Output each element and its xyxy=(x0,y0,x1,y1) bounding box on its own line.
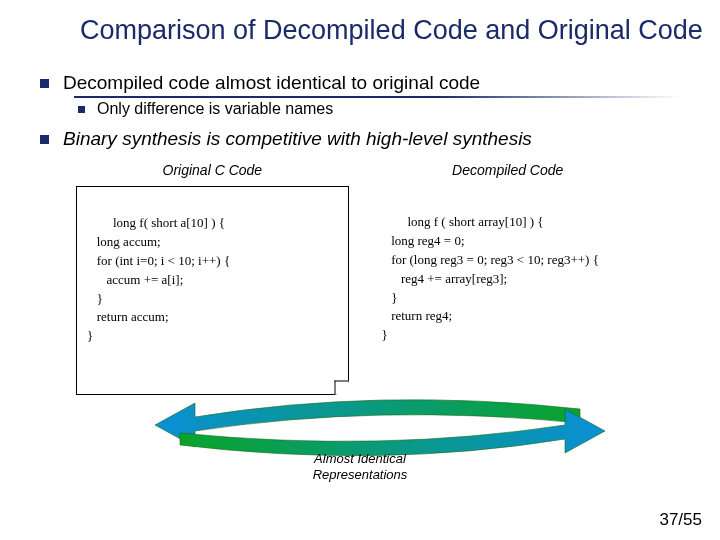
code-text: long f( short a[10] ) { long accum; for … xyxy=(87,215,230,343)
square-bullet-icon xyxy=(40,135,49,144)
right-column: Decompiled Code long f ( short array[10]… xyxy=(371,162,644,394)
square-bullet-icon xyxy=(40,79,49,88)
code-text: long f ( short array[10] ) { long reg4 =… xyxy=(381,214,599,342)
slide-body: Decompiled code almost identical to orig… xyxy=(0,52,720,456)
left-column: Original C Code long f( short a[10] ) { … xyxy=(76,162,349,394)
title-underline xyxy=(74,96,680,98)
page-fold-icon xyxy=(334,380,348,394)
bullet-text-italic: Binary synthesis is competitive with hig… xyxy=(63,128,532,150)
bullet-text: Only difference is variable names xyxy=(97,100,333,118)
original-code-box: long f( short a[10] ) { long accum; for … xyxy=(76,186,349,394)
bullet-level1: Binary synthesis is competitive with hig… xyxy=(40,128,680,150)
bullet-level2: Only difference is variable names xyxy=(78,100,680,118)
code-columns: Original C Code long f( short a[10] ) { … xyxy=(40,162,680,394)
page-number: 37/55 xyxy=(659,510,702,530)
decompiled-code-box: long f ( short array[10] ) { long reg4 =… xyxy=(371,186,644,374)
square-bullet-icon xyxy=(78,106,85,113)
bullet-level1: Decompiled code almost identical to orig… xyxy=(40,72,680,94)
slide-title: Comparison of Decompiled Code and Origin… xyxy=(0,0,720,52)
left-column-title: Original C Code xyxy=(76,162,349,178)
bullet-text: Decompiled code almost identical to orig… xyxy=(63,72,480,94)
right-column-title: Decompiled Code xyxy=(371,162,644,178)
arrow-caption: Almost Identical Representations xyxy=(100,451,620,484)
arrow-diagram: Almost Identical Representations xyxy=(100,399,620,457)
